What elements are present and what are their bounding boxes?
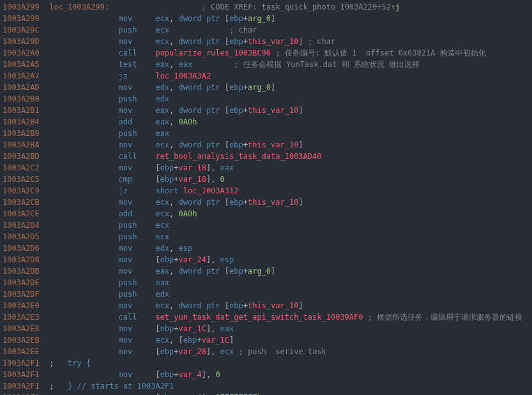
asm-text: mov [ebp+var_4], 0FFFFFFFFh	[45, 392, 532, 395]
asm-text: add eax, 0A0h	[45, 116, 532, 128]
asm-text: mov [ebp+var_18], eax	[45, 162, 532, 174]
disasm-line: 1003A2C2 mov [ebp+var_18], eax	[3, 162, 532, 174]
disasm-line: 1003A2A0 call popularize_rules_1003BC90 …	[3, 47, 532, 59]
address: 1003A2D8	[3, 254, 45, 265]
asm-text: mov [ebp+var_1C], eax	[45, 323, 532, 334]
address: 1003A2DE	[3, 277, 45, 288]
disasm-line: 1003A2E0 mov ecx, dword ptr [ebp+this_va…	[3, 300, 532, 311]
disasm-line: 1003A2CE add ecx, 0A0h	[3, 208, 532, 220]
disasm-line: 1003A2BD call ret_bool_analysis_task_dat…	[3, 151, 532, 162]
disasm-line: 1003A2C9 jz short loc_1003A312	[3, 185, 532, 197]
disasm-line: 1003A29D mov ecx, dword ptr [ebp+this_va…	[3, 36, 532, 47]
disasm-line: 1003A2B4 add eax, 0A0h	[3, 116, 532, 128]
address: 1003A2EB	[3, 334, 45, 346]
disasm-line: 1003A2DE push eax	[3, 277, 532, 288]
asm-text: loc_1003A299: ; CODE XREF: task_quick_ph…	[45, 1, 532, 13]
asm-text: ; } // starts at 1003A2F1	[45, 380, 532, 392]
asm-text: call popularize_rules_1003BC90 ; 任务编号: 默…	[45, 47, 532, 59]
asm-text: push eax	[45, 277, 532, 288]
disasm-line: 1003A29C push ecx ; char	[3, 24, 532, 36]
asm-text: cmp [ebp+var_18], 0	[45, 174, 532, 185]
disasm-line: 1003A2DB mov eax, dword ptr [ebp+arg_0]	[3, 265, 532, 277]
asm-text: mov eax, dword ptr [ebp+arg_0]	[45, 265, 532, 277]
disasm-line: 1003A2A5 test eax, eax ; 任务会根据 YunTask.d…	[3, 59, 532, 70]
asm-text: mov [ebp+var_28], ecx ; push serive task	[45, 346, 532, 357]
asm-text: push eax	[45, 128, 532, 139]
address: 1003A2F8	[3, 392, 45, 395]
address: 1003A2C9	[3, 185, 45, 197]
disasm-line: 1003A299 loc_1003A299: ; CODE XREF: task…	[3, 1, 532, 13]
address: 1003A299	[3, 1, 45, 13]
disassembly-listing: 1003A299 loc_1003A299: ; CODE XREF: task…	[0, 0, 532, 395]
asm-text: test eax, eax ; 任务会根据 YunTask.dat 和 系统状况…	[45, 59, 532, 70]
address: 1003A2F1	[3, 369, 45, 380]
address: 1003A2A7	[3, 70, 45, 82]
asm-text: mov eax, dword ptr [ebp+this_var_10]	[45, 105, 532, 116]
asm-text: ; try {	[45, 357, 532, 369]
asm-text: mov edx, dword ptr [ebp+arg_0]	[45, 82, 532, 93]
asm-text: mov ecx, [ebp+var_1C]	[45, 334, 532, 346]
address: 1003A2A5	[3, 59, 45, 70]
asm-text: mov ecx, dword ptr [ebp+this_var_10]	[45, 300, 532, 311]
asm-text: call set_yun_task_dat_get_api_switch_tas…	[45, 311, 532, 323]
disasm-line: 1003A2B0 push edx	[3, 93, 532, 105]
address: 1003A2F1	[3, 357, 45, 369]
disasm-line: 1003A2AD mov edx, dword ptr [ebp+arg_0]	[3, 82, 532, 93]
asm-text: mov ecx, dword ptr [ebp+this_var_10]	[45, 197, 532, 208]
address: 1003A2B0	[3, 93, 45, 105]
disasm-line: 1003A2A7 jz loc_1003A3A2	[3, 70, 532, 82]
address: 1003A2DB	[3, 265, 45, 277]
asm-text: mov ecx, dword ptr [ebp+arg_0]	[45, 13, 532, 24]
address: 1003A2EE	[3, 346, 45, 357]
address: 1003A2C2	[3, 162, 45, 174]
disasm-line: 1003A2D6 mov edx, esp	[3, 242, 532, 254]
asm-text: add ecx, 0A0h	[45, 208, 532, 220]
address: 1003A29C	[3, 24, 45, 36]
disasm-line: 1003A2E3 call set_yun_task_dat_get_api_s…	[3, 311, 532, 323]
address: 1003A2D4	[3, 220, 45, 231]
disasm-line: 1003A2CB mov ecx, dword ptr [ebp+this_va…	[3, 197, 532, 208]
asm-text: mov edx, esp	[45, 242, 532, 254]
disasm-line: 1003A2B1 mov eax, dword ptr [ebp+this_va…	[3, 105, 532, 116]
asm-text: call ret_bool_analysis_task_data_1003AD4…	[45, 151, 532, 162]
disasm-line: 1003A2D8 mov [ebp+var_24], esp	[3, 254, 532, 265]
disasm-line: 1003A2F1 mov [ebp+var_4], 0	[3, 369, 532, 380]
disasm-line: 1003A2D4 push ecx	[3, 220, 532, 231]
asm-text: mov ecx, dword ptr [ebp+this_var_10] ; c…	[45, 36, 532, 47]
address: 1003A29D	[3, 36, 45, 47]
address: 1003A2F1	[3, 380, 45, 392]
disasm-line: 1003A2D5 push ecx	[3, 231, 532, 242]
address: 1003A2A0	[3, 47, 45, 59]
address: 1003A2E0	[3, 300, 45, 311]
disasm-line: 1003A2F8 mov [ebp+var_4], 0FFFFFFFFh	[3, 392, 532, 395]
address: 1003A2BA	[3, 139, 45, 151]
address: 1003A2E8	[3, 323, 45, 334]
asm-text: push ecx	[45, 231, 532, 242]
disasm-line: 1003A2BA mov ecx, dword ptr [ebp+this_va…	[3, 139, 532, 151]
asm-text: push edx	[45, 93, 532, 105]
address: 1003A2B9	[3, 128, 45, 139]
address: 1003A2DF	[3, 288, 45, 300]
disasm-line: 1003A299 mov ecx, dword ptr [ebp+arg_0]	[3, 13, 532, 24]
asm-text: push ecx ; char	[45, 24, 532, 36]
address: 1003A2B1	[3, 105, 45, 116]
address: 1003A2CB	[3, 197, 45, 208]
address: 1003A2CE	[3, 208, 45, 220]
address: 1003A2C5	[3, 174, 45, 185]
address: 1003A2D6	[3, 242, 45, 254]
address: 1003A2D5	[3, 231, 45, 242]
address: 1003A2E3	[3, 311, 45, 323]
address: 1003A2AD	[3, 82, 45, 93]
asm-text: push edx	[45, 288, 532, 300]
disasm-line: 1003A2EB mov ecx, [ebp+var_1C]	[3, 334, 532, 346]
address: 1003A299	[3, 13, 45, 24]
asm-text: mov [ebp+var_24], esp	[45, 254, 532, 265]
asm-text: jz short loc_1003A312	[45, 185, 532, 197]
disasm-line: 1003A2DF push edx	[3, 288, 532, 300]
disasm-line: 1003A2E8 mov [ebp+var_1C], eax	[3, 323, 532, 334]
address: 1003A2B4	[3, 116, 45, 128]
disasm-line: 1003A2F1 ; } // starts at 1003A2F1	[3, 380, 532, 392]
disasm-line: 1003A2EE mov [ebp+var_28], ecx ; push se…	[3, 346, 532, 357]
disasm-line: 1003A2C5 cmp [ebp+var_18], 0	[3, 174, 532, 185]
asm-text: mov [ebp+var_4], 0	[45, 369, 532, 380]
